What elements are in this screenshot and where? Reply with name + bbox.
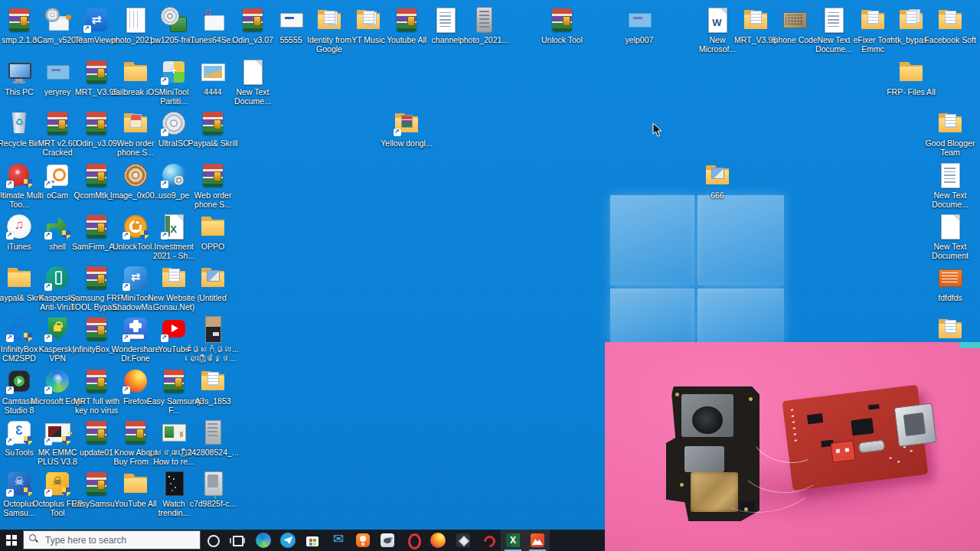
taskbar-icon-dark-red-app[interactable]	[476, 530, 501, 551]
taskbar-icon-orange-app[interactable]	[351, 530, 375, 551]
desktop-icon-yelp007[interactable]: yelp007	[612, 6, 667, 44]
taskbar-icon-microsoft-edge[interactable]	[251, 530, 276, 551]
icon-label: A3s_1853	[194, 396, 230, 406]
icon-art-detail	[129, 323, 142, 328]
folder-icon	[5, 264, 33, 292]
taskbar-icon-diamond-app[interactable]	[451, 530, 475, 551]
shortcut-arrow-icon	[44, 438, 52, 445]
desktop-icon-facebook-soft[interactable]: Facebook Soft	[923, 6, 978, 44]
cd-green-icon	[160, 6, 188, 34]
desktop-icon-photo-2021[interactable]: photo_2021...	[456, 6, 511, 44]
folder-icon	[122, 470, 149, 497]
shortcut-arrow-icon	[394, 129, 401, 136]
desktop-icon-c7d9825f-c[interactable]: c7d9825f-c...	[185, 470, 240, 508]
icon-art-detail	[130, 114, 142, 128]
icon-label: FRP- Files All	[887, 87, 936, 96]
desktop-icon-frp-files-all[interactable]: FRP- Files All	[884, 58, 939, 96]
taskbar-icon-firefox[interactable]	[426, 530, 450, 551]
desktop-icon-unlock-tool[interactable]: Unlock Tool	[534, 6, 590, 44]
photos-icon	[530, 533, 545, 548]
taskbar-icon-cortana[interactable]	[201, 530, 225, 551]
taskbar-icon-mail[interactable]	[326, 530, 351, 551]
window-min-icon	[277, 6, 305, 34]
desktop-icon-item-66[interactable]	[923, 315, 978, 344]
desktop-icon-new-text-docume[interactable]: New Text Docume...	[923, 161, 978, 210]
desktop-icon-new-text-document[interactable]: New Text Document	[923, 213, 978, 261]
wallpaper-logo-pane	[610, 195, 694, 285]
desktop-icon-new-text-docume[interactable]: New Text Docume...	[225, 58, 280, 106]
winrar-icon	[548, 6, 576, 34]
shortcut-arrow-icon	[161, 181, 168, 188]
video-overlay[interactable]	[605, 342, 980, 551]
taskbar-search	[23, 530, 201, 549]
taskbar-icon-task-view[interactable]	[225, 530, 250, 551]
kaspersky-icon	[44, 264, 71, 292]
desktop-icon-yellow-dongl[interactable]: Yellow dongl...	[379, 109, 434, 148]
desktop-icon-oppo[interactable]: OPPO	[185, 213, 240, 251]
desktop: smp.2.1.3oCam_v520.0TeamViewerphoto_2021…	[0, 0, 980, 551]
unlock-icon	[122, 213, 149, 240]
minitool-icon	[160, 58, 188, 86]
taskbar-icon-grey-app[interactable]	[375, 530, 400, 551]
emi-shield	[684, 446, 724, 472]
folder-doc-icon	[199, 367, 227, 395]
image-grey-tall-icon	[470, 6, 498, 34]
search-input[interactable]	[23, 530, 201, 549]
desktop-icon-paypal-skrill[interactable]: Paypal& Skrill	[185, 109, 240, 148]
winrar-icon	[199, 109, 227, 137]
image-dark-icon	[160, 470, 188, 497]
ic-chips	[851, 418, 874, 435]
folder-image-icon	[704, 161, 731, 189]
taskbar-icon-microsoft-store[interactable]	[300, 530, 325, 551]
shortcut-arrow-icon	[6, 181, 14, 188]
desktop-icon-fdfdfds[interactable]: fdfdfds	[923, 264, 978, 302]
icon-label: fdfdfds	[938, 293, 962, 302]
doc-word-icon	[704, 6, 731, 34]
winrar-icon	[83, 315, 110, 343]
folder-doc-icon	[936, 6, 964, 34]
shortcut-arrow-icon	[44, 334, 52, 342]
desktop-icon-item-65[interactable]: =ផ្សែកុំផ្ល... ល្បឿបន្ថែ...	[185, 315, 240, 364]
folder-winrar-icon	[393, 109, 420, 137]
orange-app-icon	[355, 533, 371, 548]
desktop-icon-666[interactable]: 666	[690, 161, 745, 200]
icon-label: shell	[49, 242, 66, 251]
start-button[interactable]	[0, 530, 23, 551]
telegram-icon	[280, 533, 296, 548]
desktop-icon-untitled[interactable]: Untitled	[185, 264, 240, 302]
sutools-icon	[5, 419, 33, 446]
window-faint-icon	[626, 6, 653, 34]
video-teal-edge	[959, 342, 980, 348]
taskbar-icon-opera[interactable]	[401, 530, 426, 551]
taskbar-icon-photos[interactable]	[525, 530, 550, 551]
grey-app-icon	[380, 533, 395, 548]
desktop-icon-a3s-1853[interactable]: A3s_1853	[185, 367, 240, 406]
folder-docs-icon	[315, 6, 343, 34]
taskbar-icon-telegram[interactable]	[276, 530, 300, 551]
desktop-icon-good-blogger-team[interactable]: Good Blogger Team	[923, 109, 978, 158]
winrar-icon	[83, 213, 110, 240]
icon-label: 242808524_...	[187, 448, 238, 457]
shortcut-arrow-icon	[122, 283, 130, 291]
taskbar-icon-excel[interactable]	[501, 530, 525, 551]
shortcut-arrow-icon	[6, 438, 14, 445]
icon-art-detail	[867, 11, 879, 24]
microsoft-store-icon	[305, 533, 320, 548]
wallpaper-logo-pane	[697, 289, 784, 342]
recycle-icon	[5, 109, 33, 137]
icon-label: oCam	[47, 191, 68, 200]
doc-blank-icon	[239, 58, 266, 86]
red-app-icon	[5, 161, 33, 189]
icon-art-detail	[363, 11, 374, 24]
desktop-icon-web-order-phone-s[interactable]: Web order phone S...	[185, 161, 240, 210]
shortcut-arrow-icon	[122, 386, 130, 394]
folder-image-icon	[199, 264, 227, 292]
globe-icon	[160, 161, 188, 189]
microsoft-edge-icon	[256, 533, 271, 548]
desktop-icon-242808524[interactable]: 242808524_...	[185, 419, 240, 457]
icon-label: channel	[432, 35, 460, 44]
icon-art-detail	[945, 11, 956, 24]
icon-art-detail	[945, 320, 956, 334]
shortcut-arrow-icon	[161, 334, 168, 342]
icon-label: yelp007	[626, 35, 654, 44]
